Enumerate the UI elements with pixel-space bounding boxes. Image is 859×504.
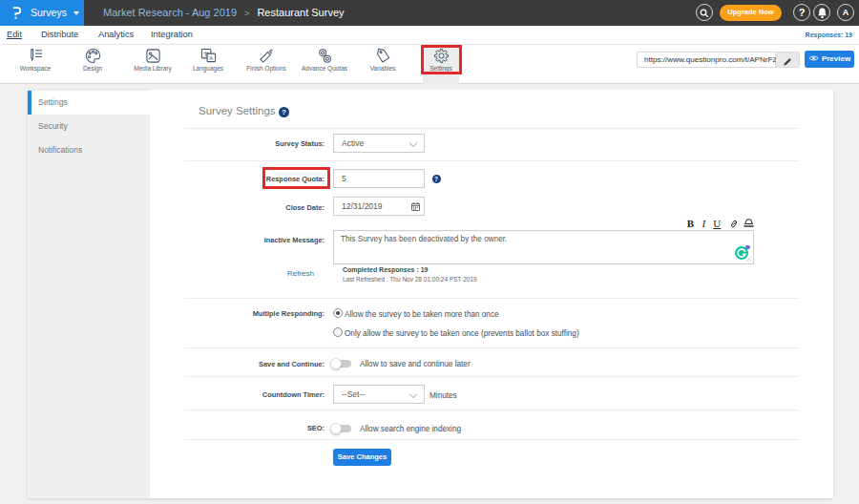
svg-text:A: A [209,55,213,61]
